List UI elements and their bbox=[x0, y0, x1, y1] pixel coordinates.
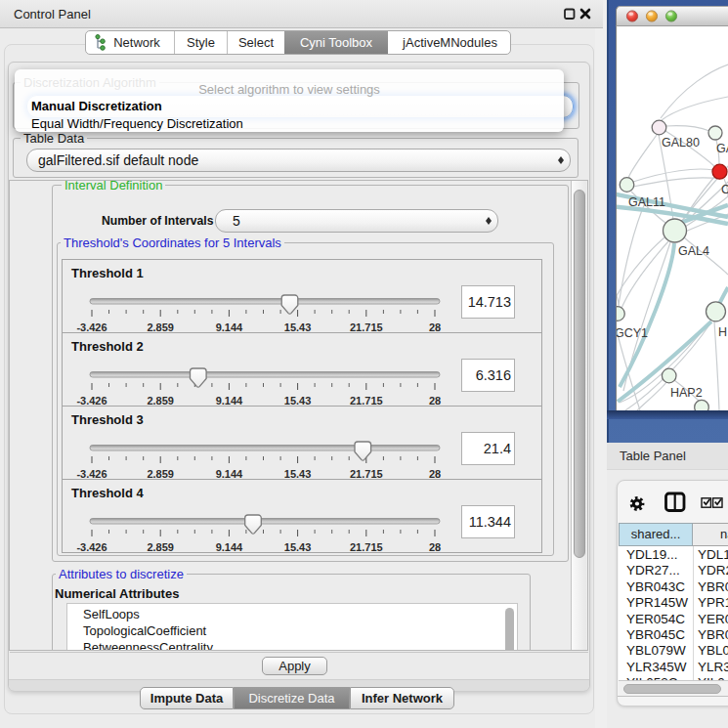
svg-text:9.144: 9.144 bbox=[216, 321, 243, 333]
svg-text:C: C bbox=[721, 183, 728, 196]
svg-text:15.43: 15.43 bbox=[284, 321, 312, 333]
svg-text:GCY1: GCY1 bbox=[617, 326, 648, 340]
svg-text:15.43: 15.43 bbox=[284, 468, 312, 480]
svg-text:-3.426: -3.426 bbox=[76, 321, 107, 333]
svg-text:2.859: 2.859 bbox=[147, 395, 174, 407]
svg-text:9.144: 9.144 bbox=[216, 468, 243, 480]
svg-text:2.859: 2.859 bbox=[147, 468, 174, 480]
svg-text:GAL80: GAL80 bbox=[662, 136, 700, 150]
svg-text:HAP2: HAP2 bbox=[670, 386, 703, 400]
svg-text:-3.426: -3.426 bbox=[76, 395, 107, 407]
svg-text:H: H bbox=[718, 325, 727, 339]
svg-text:-3.426: -3.426 bbox=[76, 541, 107, 553]
svg-text:21.715: 21.715 bbox=[350, 395, 383, 407]
svg-text:28: 28 bbox=[429, 541, 441, 553]
svg-text:21.715: 21.715 bbox=[350, 468, 383, 480]
svg-text:9.144: 9.144 bbox=[216, 541, 243, 553]
svg-text:21.715: 21.715 bbox=[350, 541, 383, 553]
svg-text:2.859: 2.859 bbox=[147, 321, 174, 333]
svg-text:GA: GA bbox=[716, 142, 728, 155]
svg-text:28: 28 bbox=[429, 395, 441, 407]
svg-text:28: 28 bbox=[429, 321, 441, 333]
svg-text:2.859: 2.859 bbox=[147, 541, 174, 553]
svg-text:28: 28 bbox=[429, 468, 441, 480]
svg-text:21.715: 21.715 bbox=[350, 321, 383, 333]
svg-text:15.43: 15.43 bbox=[284, 395, 312, 407]
svg-text:9.144: 9.144 bbox=[216, 395, 243, 407]
svg-text:15.43: 15.43 bbox=[284, 541, 312, 553]
svg-text:-3.426: -3.426 bbox=[76, 468, 107, 480]
svg-text:GAL11: GAL11 bbox=[628, 195, 665, 209]
svg-text:GAL4: GAL4 bbox=[678, 244, 709, 258]
